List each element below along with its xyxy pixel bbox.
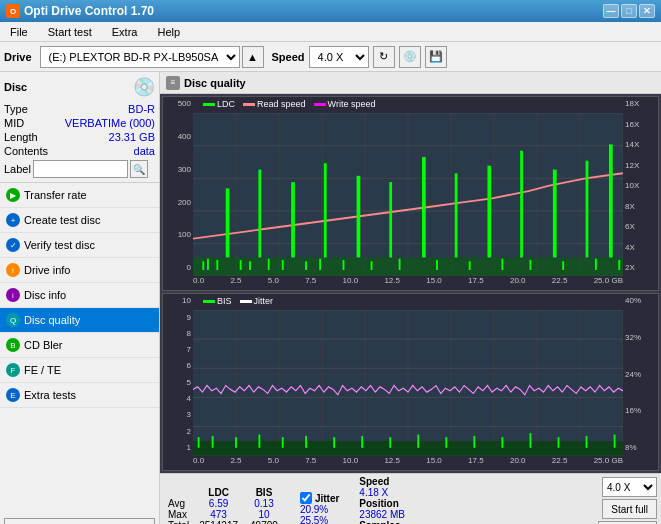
bis-total: 49700 <box>244 520 284 524</box>
sidebar-item-transfer-rate[interactable]: ▶ Transfer rate <box>0 183 159 208</box>
x2-20: 20.0 <box>510 456 526 470</box>
sidebar-item-extra-tests[interactable]: E Extra tests <box>0 383 159 408</box>
stats-speed-select[interactable]: 4.0 X <box>602 477 657 497</box>
menu-file[interactable]: File <box>4 24 34 40</box>
x1-0: 0.0 <box>193 276 204 290</box>
drive-selector[interactable]: (E:) PLEXTOR BD-R PX-LB950SA 1.06 ▲ <box>40 46 264 68</box>
stats-area: LDC BIS Avg 6.59 0.13 Max 473 10 Total <box>160 473 661 524</box>
chart1-plot <box>193 113 623 276</box>
legend-bis: BIS <box>203 296 232 306</box>
menu-start-test[interactable]: Start test <box>42 24 98 40</box>
sidebar-item-create-test-disc[interactable]: + Create test disc <box>0 208 159 233</box>
chart2-y-left: 10 9 8 7 6 5 4 3 2 1 <box>163 294 193 454</box>
disc-contents-label: Contents <box>4 145 48 157</box>
position-val: 23862 MB <box>359 509 405 520</box>
legend-bis-color <box>203 300 215 303</box>
close-button[interactable]: ✕ <box>639 4 655 18</box>
jitter-checkbox[interactable] <box>300 492 312 504</box>
svg-rect-47 <box>595 259 597 270</box>
drive-select[interactable]: (E:) PLEXTOR BD-R PX-LB950SA 1.06 <box>40 46 240 68</box>
speed-val: 4.18 X <box>359 487 405 498</box>
ldc-max: 473 <box>193 509 244 520</box>
speed-section-header: Speed <box>359 476 405 487</box>
disc-button[interactable]: 💿 <box>399 46 421 68</box>
y1-right-12x: 12X <box>625 161 639 170</box>
y2-label-10: 10 <box>182 296 191 305</box>
y2-label-5: 5 <box>187 378 191 387</box>
ldc-total: 2514217 <box>193 520 244 524</box>
bis-header: BIS <box>244 487 284 498</box>
x2-2: 2.5 <box>230 456 241 470</box>
disc-label-input[interactable] <box>33 160 128 178</box>
menu-extra[interactable]: Extra <box>106 24 144 40</box>
position-section-header: Position <box>359 498 405 509</box>
title-bar-controls[interactable]: — □ ✕ <box>603 4 655 18</box>
svg-rect-78 <box>501 437 503 448</box>
app-title: Opti Drive Control 1.70 <box>24 4 154 18</box>
svg-rect-75 <box>417 435 419 448</box>
avg-label: Avg <box>164 498 193 509</box>
start-full-button[interactable]: Start full <box>602 499 657 519</box>
y1-right-6x: 6X <box>625 222 635 231</box>
app-icon: O <box>6 4 20 18</box>
legend-write-speed-label: Write speed <box>328 99 376 109</box>
svg-rect-31 <box>207 259 209 270</box>
menu-bar: File Start test Extra Help <box>0 22 661 42</box>
y2-label-1: 1 <box>187 443 191 452</box>
svg-rect-79 <box>530 433 532 448</box>
x2-15: 15.0 <box>426 456 442 470</box>
y2-label-8: 8 <box>187 329 191 338</box>
legend-jitter-label: Jitter <box>254 296 274 306</box>
legend-bis-label: BIS <box>217 296 232 306</box>
svg-rect-80 <box>558 437 560 448</box>
save-button[interactable]: 💾 <box>425 46 447 68</box>
legend-jitter: Jitter <box>240 296 274 306</box>
menu-help[interactable]: Help <box>151 24 186 40</box>
x2-25: 25.0 GB <box>594 456 623 470</box>
minimize-button[interactable]: — <box>603 4 619 18</box>
jitter-header-row: Jitter <box>300 492 339 504</box>
sidebar-item-disc-quality[interactable]: Q Disc quality <box>0 308 159 333</box>
svg-rect-70 <box>282 437 284 448</box>
refresh-button[interactable]: ↻ <box>373 46 395 68</box>
chart-header-title: Disc quality <box>184 77 246 89</box>
speed-section: Speed 4.18 X Position 23862 MB Samples 3… <box>359 476 405 524</box>
legend-write-speed: Write speed <box>314 99 376 109</box>
chart2-x-axis: 0.0 2.5 5.0 7.5 10.0 12.5 15.0 17.5 20.0… <box>193 456 623 470</box>
legend-read-speed-color <box>243 103 255 106</box>
y1-right-18x: 18X <box>625 99 639 108</box>
y2-label-2: 2 <box>187 427 191 436</box>
disc-label-button[interactable]: 🔍 <box>130 160 148 178</box>
disc-contents-row: Contents data <box>4 144 155 158</box>
ldc-avg: 6.59 <box>193 498 244 509</box>
y1-right-8x: 8X <box>625 202 635 211</box>
x1-22: 22.5 <box>552 276 568 290</box>
sidebar-item-cd-bler[interactable]: B CD Bler <box>0 333 159 358</box>
disc-length-value: 23.31 GB <box>109 131 155 143</box>
sidebar-item-disc-info[interactable]: i Disc info <box>0 283 159 308</box>
legend-read-speed: Read speed <box>243 99 306 109</box>
disc-mid-row: MID VERBATIMe (000) <box>4 116 155 130</box>
sidebar-item-fe-te[interactable]: F FE / TE <box>0 358 159 383</box>
stats-table: LDC BIS Avg 6.59 0.13 Max 473 10 Total <box>164 487 284 524</box>
status-window-button[interactable]: Status window >> <box>0 514 159 524</box>
chart2-plot <box>193 310 623 456</box>
speed-select-row[interactable]: 4.0 X <box>602 477 657 497</box>
y1-right-2x: 2X <box>625 263 635 272</box>
speed-select[interactable]: 4.0 X <box>309 46 369 68</box>
status-btn-label[interactable]: Status window >> <box>4 518 155 524</box>
create-test-disc-icon: + <box>6 213 20 227</box>
eject-button[interactable]: ▲ <box>242 46 264 68</box>
sidebar-item-drive-info[interactable]: i Drive info <box>0 258 159 283</box>
svg-rect-67 <box>212 436 214 448</box>
y2-label-9: 9 <box>187 313 191 322</box>
maximize-button[interactable]: □ <box>621 4 637 18</box>
svg-rect-71 <box>305 436 307 448</box>
svg-rect-16 <box>193 257 623 276</box>
svg-rect-44 <box>501 259 503 270</box>
y2-right-24: 24% <box>625 370 641 379</box>
y1-right-16x: 16X <box>625 120 639 129</box>
x2-22: 22.5 <box>552 456 568 470</box>
sidebar-item-verify-test-disc[interactable]: ✓ Verify test disc <box>0 233 159 258</box>
jitter-max-row: 25.5% <box>300 515 339 524</box>
